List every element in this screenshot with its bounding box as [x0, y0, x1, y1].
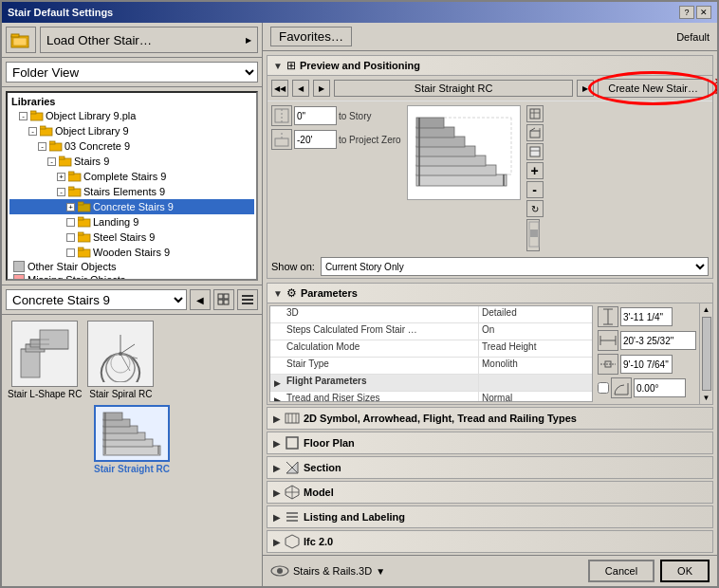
view-btn-3[interactable] — [526, 143, 544, 160]
expand-icon[interactable]: - — [57, 188, 65, 196]
param-row-flight: ▶ Flight Parameters — [270, 375, 592, 392]
stair-preview-image — [407, 105, 521, 200]
show-on-select[interactable]: Current Story Only — [321, 257, 709, 276]
expand-icon: ▶ — [273, 413, 281, 424]
favorites-button[interactable]: Favorites… — [270, 27, 352, 46]
expand-icon[interactable]: - — [38, 142, 46, 151]
toolbar-row: Load Other Stair… ▶ — [2, 23, 262, 58]
tree-item-landing9[interactable]: Landing 9 — [9, 214, 254, 230]
tree-item-steelstairs9[interactable]: Steel Stairs 9 — [9, 230, 254, 245]
folder-icon — [68, 185, 82, 198]
stair-thumb-l-shape[interactable]: Stair L-Shape RC — [8, 321, 82, 399]
collapsed-floor-plan[interactable]: ▶ Floor Plan — [267, 432, 713, 454]
preview-section-title: Preview and Positioning — [300, 60, 420, 71]
parameters-section-header[interactable]: ▼ ⚙ Parameters — [267, 284, 712, 303]
thumb-image-straight — [94, 405, 170, 462]
zoom-in-button[interactable]: + — [526, 162, 544, 179]
scroll-down-button[interactable]: ▼ — [701, 392, 712, 404]
collapsed-listing[interactable]: ▶ Listing and Labeling — [267, 505, 713, 528]
to-project-zero-label: to Project Zero — [339, 135, 401, 145]
tree-item-stairs9[interactable]: - Stairs 9 — [9, 154, 254, 169]
measure-input-1[interactable] — [620, 307, 673, 326]
collapsed-model[interactable]: ▶ Model — [267, 481, 713, 504]
expand-icon[interactable]: - — [28, 127, 37, 136]
tree-item-woodenstairs9[interactable]: Wooden Stairs 9 — [9, 245, 254, 260]
expand-icon[interactable]: + — [57, 173, 65, 181]
to-project-zero-input[interactable] — [294, 130, 337, 149]
load-other-button[interactable]: Load Other Stair… ▶ — [40, 27, 258, 53]
x-icon-2: ✕ — [714, 87, 717, 97]
rotate-button[interactable]: ↻ — [526, 200, 544, 217]
tree-item-complete9[interactable]: + Complete Stairs 9 — [9, 169, 254, 184]
zoom-out-button[interactable]: - — [526, 181, 544, 198]
tree-label: 03 Concrete 9 — [65, 140, 130, 152]
param-row-steps: Steps Calculated From Stair … On — [270, 323, 592, 340]
close-button[interactable]: ✕ — [696, 6, 711, 19]
angle-checkbox[interactable] — [598, 382, 609, 394]
measure-input-2[interactable] — [620, 331, 696, 350]
bottom-bar: Stairs & Rails.3D ▼ Cancel OK — [263, 555, 717, 586]
expand-flight-icon[interactable]: ▶ — [270, 375, 284, 391]
tree-label: Object Library 9.pla — [46, 110, 136, 121]
measure-row-1 — [598, 306, 696, 327]
help-button[interactable]: ? — [679, 6, 694, 19]
expand-tread-icon[interactable]: ▶ — [270, 392, 284, 402]
expand-icon: ▶ — [273, 438, 281, 449]
next-single-button[interactable]: ▶ — [313, 80, 330, 97]
measure-input-3[interactable] — [620, 355, 673, 374]
eye-icon — [270, 562, 289, 579]
create-new-stair-button[interactable]: Create New Stair… — [598, 79, 709, 98]
side-scrollbar[interactable] — [526, 219, 540, 251]
svg-rect-18 — [78, 217, 83, 220]
tree-item-obj9[interactable]: - Object Library 9 — [9, 123, 254, 138]
param-value-type: Monolith — [478, 358, 592, 374]
param-row-3d: 3D Detailed — [270, 306, 592, 323]
collapsed-ifc[interactable]: ▶ Ifc 2.0 — [267, 530, 713, 553]
other-stair-objects[interactable]: Other Stair Objects — [9, 260, 254, 273]
folder-view-select[interactable]: Folder View — [6, 62, 258, 83]
folder-icon-button[interactable] — [6, 27, 36, 53]
other-objects-label: Other Stair Objects — [28, 261, 117, 272]
expand-icon[interactable]: + — [66, 203, 75, 211]
tree-item-concrete9[interactable]: - 03 Concrete 9 — [9, 138, 254, 154]
collapsed-section-section[interactable]: ▶ Section — [267, 456, 713, 479]
cancel-button[interactable]: Cancel — [588, 560, 654, 582]
list-view-button[interactable] — [237, 289, 258, 310]
tree-item-obj9pla[interactable]: - Object Library 9.pla — [9, 108, 254, 123]
thumb-label-straight: Stair Straight RC — [94, 464, 170, 474]
to-project-icon — [271, 129, 292, 150]
prev-nav-button[interactable]: ◀◀ — [271, 80, 288, 97]
tree-item-elements9[interactable]: - Stairs Elements 9 — [9, 184, 254, 199]
expand-icon[interactable]: - — [47, 157, 56, 166]
stair-thumb-spiral[interactable]: Stair Spiral RC — [87, 321, 154, 399]
collapsed-2d-symbol[interactable]: ▶ 2D Symbol, Arrowhead, Flight, Tread an… — [267, 407, 713, 430]
thumb-image-spiral — [87, 321, 154, 387]
stair-selector-row: Concrete Stairs 9 ◀ — [2, 285, 262, 315]
close-icons: ✕ ✕ — [714, 77, 717, 97]
prev-stair-button[interactable]: ◀ — [190, 289, 211, 310]
tree-item-concretestairs9[interactable]: + Concrete Stairs 9 — [9, 199, 254, 214]
stair-category-select[interactable]: Concrete Stairs 9 — [6, 289, 187, 310]
missing-stair-objects[interactable]: Missing Stair Objects — [9, 273, 254, 281]
measure-input-angle[interactable] — [634, 378, 686, 397]
preview-icon: ⊞ — [286, 59, 296, 72]
stair-preview-svg — [412, 108, 516, 198]
stair-thumb-straight[interactable]: Stair Straight RC — [8, 405, 256, 474]
main-content: Load Other Stair… ▶ Folder View Librarie… — [2, 23, 717, 586]
svg-rect-29 — [242, 303, 253, 304]
ok-button[interactable]: OK — [660, 560, 710, 582]
prev-single-button[interactable]: ◀ — [292, 80, 309, 97]
to-story-input[interactable] — [294, 106, 337, 125]
folder-icon — [68, 170, 82, 183]
scroll-up-button[interactable]: ▲ — [701, 303, 712, 316]
view-btn-1[interactable] — [526, 105, 544, 122]
tree-label: Steel Stairs 9 — [93, 231, 155, 243]
measure-row-3 — [598, 354, 696, 375]
view-btn-2[interactable] — [526, 124, 544, 141]
play-button[interactable]: ▶ — [577, 80, 594, 97]
preview-section-header[interactable]: ▼ ⊞ Preview and Positioning — [267, 56, 712, 76]
next-stair-button[interactable] — [213, 289, 234, 310]
parameters-section: ▼ ⚙ Parameters 3D Detailed Steps Calcula — [267, 283, 713, 405]
expand-icon[interactable]: - — [19, 112, 28, 120]
params-scrollbar[interactable]: ▲ ▼ — [699, 303, 712, 404]
